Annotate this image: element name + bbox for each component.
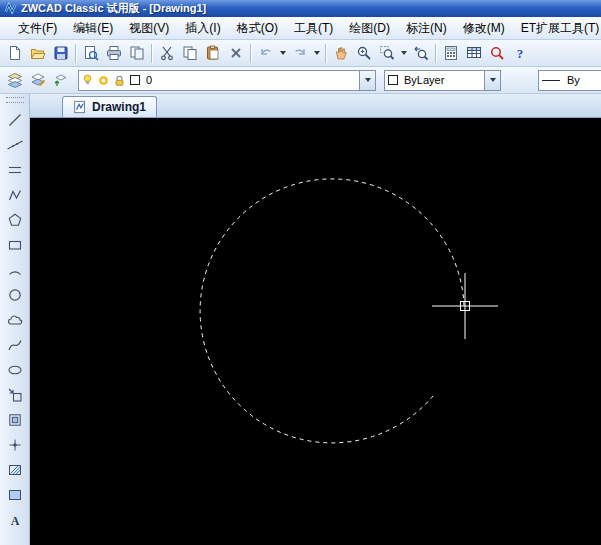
- find-button[interactable]: [485, 42, 508, 65]
- undo-button[interactable]: [254, 42, 277, 65]
- new-button[interactable]: [3, 42, 26, 65]
- highlighted-circle-entity[interactable]: [200, 179, 464, 443]
- multiline-text-button[interactable]: A: [3, 507, 27, 532]
- open-button[interactable]: [26, 42, 49, 65]
- menu-tools[interactable]: 工具(T): [286, 17, 341, 40]
- polygon-icon: [7, 212, 23, 228]
- make-block-button[interactable]: [3, 407, 27, 432]
- rectangle-button[interactable]: [3, 232, 27, 257]
- insert-block-button[interactable]: [3, 382, 27, 407]
- layer-freeze-icon[interactable]: [95, 74, 111, 87]
- menu-format[interactable]: 格式(O): [229, 17, 286, 40]
- paste-clipboard-icon: [205, 45, 221, 61]
- linetype-dropdown[interactable]: By: [538, 70, 601, 91]
- menu-modify[interactable]: 修改(M): [455, 17, 513, 40]
- svg-text:A: A: [10, 513, 19, 527]
- toolbar-drag-handle[interactable]: [6, 97, 24, 103]
- menu-dimension[interactable]: 标注(N): [398, 17, 455, 40]
- layer-on-bulb-icon[interactable]: [79, 73, 95, 87]
- menu-view[interactable]: 视图(V): [121, 17, 177, 40]
- menu-bar: 文件(F) 编辑(E) 视图(V) 插入(I) 格式(O) 工具(T) 绘图(D…: [0, 17, 601, 40]
- polyline-button[interactable]: [3, 182, 27, 207]
- pan-hand-icon: [333, 45, 349, 61]
- copy-button[interactable]: [178, 42, 201, 65]
- menu-file[interactable]: 文件(F): [10, 17, 65, 40]
- publish-pages-icon: [129, 45, 145, 61]
- layer-states-button[interactable]: [26, 69, 49, 92]
- ellipse-button[interactable]: [3, 357, 27, 382]
- calculator-icon: [443, 45, 459, 61]
- help-button[interactable]: ?: [508, 42, 531, 65]
- menu-et-extension-tools[interactable]: ET扩展工具(T): [513, 17, 601, 40]
- plot-preview-button[interactable]: [79, 42, 102, 65]
- redo-arrow-icon: [292, 45, 308, 61]
- publish-button[interactable]: [125, 42, 148, 65]
- chevron-down-icon: [280, 51, 286, 55]
- redo-button[interactable]: [288, 42, 311, 65]
- draw-toolbar: A: [0, 94, 30, 545]
- revision-cloud-icon: [7, 312, 23, 328]
- plot-button[interactable]: [102, 42, 125, 65]
- linetype-swatch: [542, 80, 560, 81]
- current-color-value: ByLayer: [401, 74, 484, 86]
- layer-dropdown[interactable]: 0: [78, 70, 376, 91]
- save-button[interactable]: [49, 42, 72, 65]
- menu-edit[interactable]: 编辑(E): [65, 17, 121, 40]
- hatch-button[interactable]: [3, 457, 27, 482]
- drawing-canvas[interactable]: [30, 118, 601, 545]
- region-button[interactable]: [3, 482, 27, 507]
- circle-button[interactable]: [3, 282, 27, 307]
- find-magnifier-icon: [489, 45, 505, 61]
- calculator-button[interactable]: [439, 42, 462, 65]
- document-area: Drawing1: [30, 94, 601, 545]
- layer-properties-button[interactable]: [3, 69, 26, 92]
- drawing-file-icon: [73, 100, 87, 114]
- arc-icon: [7, 262, 23, 278]
- current-color-swatch: [388, 75, 398, 85]
- zoom-previous-button[interactable]: [409, 42, 432, 65]
- cut-button[interactable]: [155, 42, 178, 65]
- standard-toolbar: ?: [0, 40, 601, 67]
- hatch-icon: [7, 462, 23, 478]
- arc-button[interactable]: [3, 257, 27, 282]
- tab-drawing1[interactable]: Drawing1: [62, 96, 157, 117]
- svg-text:?: ?: [516, 46, 523, 61]
- cut-scissors-icon: [159, 45, 175, 61]
- title-bar[interactable]: ZWCAD Classic 试用版 - [Drawing1]: [0, 0, 601, 17]
- drawing-viewport[interactable]: [30, 118, 601, 545]
- revision-cloud-button[interactable]: [3, 307, 27, 332]
- menu-insert[interactable]: 插入(I): [177, 17, 228, 40]
- layer-states-icon: [30, 72, 46, 88]
- paste-button[interactable]: [201, 42, 224, 65]
- spline-button[interactable]: [3, 332, 27, 357]
- copy-icon: [182, 45, 198, 61]
- layer-lock-icon[interactable]: [111, 74, 127, 87]
- multiline-button[interactable]: [3, 157, 27, 182]
- help-question-icon: ?: [512, 45, 528, 61]
- line-button[interactable]: [3, 107, 27, 132]
- polygon-button[interactable]: [3, 207, 27, 232]
- table-button[interactable]: [462, 42, 485, 65]
- chevron-down-icon: [401, 51, 407, 55]
- pan-button[interactable]: [329, 42, 352, 65]
- make-layer-current-button[interactable]: [49, 69, 72, 92]
- menu-draw[interactable]: 绘图(D): [341, 17, 398, 40]
- make-layer-current-icon: [53, 72, 69, 88]
- zoom-realtime-button[interactable]: [352, 42, 375, 65]
- zoom-window-button[interactable]: [375, 42, 398, 65]
- point-button[interactable]: [3, 432, 27, 457]
- color-dropdown-arrow[interactable]: [484, 71, 500, 90]
- zoom-dropdown-arrow[interactable]: [398, 42, 409, 65]
- crosshair-cursor: [432, 273, 498, 339]
- point-icon: [7, 437, 23, 453]
- construction-line-button[interactable]: [3, 132, 27, 157]
- undo-dropdown-arrow[interactable]: [277, 42, 288, 65]
- save-floppy-icon: [53, 45, 69, 61]
- chevron-down-icon: [365, 78, 371, 82]
- spline-icon: [7, 337, 23, 353]
- redo-dropdown-arrow[interactable]: [311, 42, 322, 65]
- erase-button[interactable]: [224, 42, 247, 65]
- layer-dropdown-arrow[interactable]: [359, 71, 375, 90]
- color-dropdown[interactable]: ByLayer: [384, 70, 501, 91]
- zoom-window-icon: [379, 45, 395, 61]
